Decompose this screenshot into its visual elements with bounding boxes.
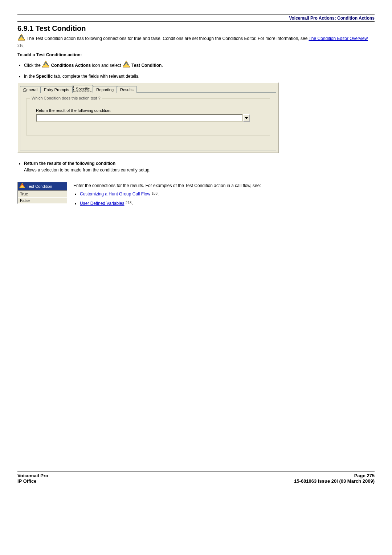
user-defined-variables-link[interactable]: User Defined Variables bbox=[80, 201, 124, 206]
result-bullet-list: Return the results of the following cond… bbox=[17, 160, 375, 173]
tab-general-rest: eneral bbox=[26, 88, 38, 92]
page-footer: Voicemail Pro Page 275 IP Office 15-6010… bbox=[0, 471, 392, 495]
customizing-hunt-group-link[interactable]: Customizing a Hunt Group Call Flow bbox=[80, 191, 150, 197]
test-condition-select-icon bbox=[122, 60, 130, 69]
bullet1-pre: Click the bbox=[24, 62, 42, 68]
top-rule bbox=[17, 15, 375, 15]
groupbox-title: Which Condition does this action test ? bbox=[30, 96, 102, 100]
connections-link-item-1: Customizing a Hunt Group Call Flow 166. bbox=[80, 191, 261, 197]
chevron-down-icon bbox=[245, 117, 248, 119]
add-action-subheading: To add a Test Condition action: bbox=[17, 52, 375, 57]
bullet1-bold2: Test Condition bbox=[131, 62, 162, 68]
intro-text-post: . bbox=[24, 44, 25, 49]
test-condition-node-header[interactable]: Test Condition bbox=[18, 182, 67, 191]
bullet2-post: tab, complete the fields with relevant d… bbox=[53, 74, 139, 79]
bullet2-bold: Specific bbox=[36, 74, 53, 79]
properties-dialog: General Entry Prompts Specific Reporting… bbox=[17, 82, 279, 153]
footer-left-2: IP Office bbox=[17, 478, 37, 484]
instruction-item-2: In the Specific tab, complete the fields… bbox=[24, 73, 375, 80]
condition-combobox-input[interactable] bbox=[36, 114, 243, 122]
tab-entry-prompts[interactable]: Entry Prompts bbox=[41, 86, 73, 93]
bullet1-post: . bbox=[162, 62, 163, 68]
connections-links-list: Customizing a Hunt Group Call Flow 166. … bbox=[73, 191, 261, 207]
intro-paragraph: The Test Condition action has following … bbox=[17, 34, 375, 49]
instruction-list: Click the Conditions Actions icon and se… bbox=[17, 61, 375, 80]
page-content: Voicemail Pro Actions: Condition Actions… bbox=[0, 0, 392, 217]
condition-editor-link[interactable]: The Condition Editor:Overview bbox=[309, 36, 368, 41]
connections-text: Enter the connections for the results. F… bbox=[73, 182, 261, 210]
test-condition-icon bbox=[17, 33, 25, 42]
result-bullet-title: Return the results of the following cond… bbox=[24, 161, 115, 166]
footer-row-1: Voicemail Pro Page 275 bbox=[17, 473, 375, 478]
footer-right-2: 15-601063 Issue 20l (03 March 2009) bbox=[294, 478, 375, 484]
node-output-false[interactable]: False bbox=[18, 197, 67, 203]
condition-field-label: Return the result of the following condi… bbox=[36, 108, 264, 113]
test-condition-node-title: Test Condition bbox=[27, 184, 52, 189]
svg-marker-3 bbox=[245, 117, 248, 119]
footer-row-2: IP Office 15-601063 Issue 20l (03 March … bbox=[17, 478, 375, 484]
breadcrumb: Voicemail Pro Actions: Condition Actions bbox=[17, 16, 375, 21]
tab-row: General Entry Prompts Specific Reporting… bbox=[20, 85, 276, 93]
customizing-hunt-group-ref: 166 bbox=[151, 191, 158, 195]
instruction-item-1: Click the Conditions Actions icon and se… bbox=[24, 61, 375, 70]
footer-left-1: Voicemail Pro bbox=[17, 473, 48, 478]
tab-general[interactable]: General bbox=[20, 86, 41, 93]
intro-text-pre: The Test Condition action has following … bbox=[26, 36, 309, 41]
result-bullet-desc: Allows a selection to be made from the c… bbox=[24, 167, 151, 173]
tab-specific[interactable]: Specific bbox=[73, 85, 93, 93]
tab-results[interactable]: Results bbox=[117, 86, 137, 93]
test-condition-node: Test Condition True False bbox=[17, 182, 68, 204]
conditions-actions-icon bbox=[42, 60, 50, 69]
test-condition-node-icon bbox=[19, 182, 25, 189]
connections-link-item-2: User Defined Variables 213. bbox=[80, 200, 261, 207]
footer-rule bbox=[17, 471, 375, 471]
condition-groupbox: Which Condition does this action test ? … bbox=[26, 98, 270, 135]
tab-panel-body: Which Condition does this action test ? … bbox=[20, 92, 276, 150]
condition-combobox[interactable] bbox=[36, 114, 264, 122]
tab-reporting[interactable]: Reporting bbox=[93, 86, 117, 93]
bullet1-bold1: Conditions Actions bbox=[51, 62, 91, 68]
user-defined-variables-ref: 213 bbox=[126, 201, 132, 205]
condition-editor-pageref: 216 bbox=[17, 44, 24, 48]
svg-marker-4 bbox=[19, 182, 25, 187]
result-bullet-item: Return the results of the following cond… bbox=[24, 160, 375, 173]
svg-marker-0 bbox=[18, 34, 25, 40]
svg-marker-1 bbox=[42, 61, 49, 67]
node-output-true[interactable]: True bbox=[18, 191, 67, 197]
section-title: 6.9.1 Test Condition bbox=[17, 24, 375, 33]
footer-right-1: Page 275 bbox=[354, 473, 375, 478]
condition-combobox-button[interactable] bbox=[243, 114, 250, 122]
connections-intro: Enter the connections for the results. F… bbox=[73, 183, 261, 189]
connections-block: Test Condition True False Enter the conn… bbox=[17, 182, 375, 210]
section-rule bbox=[17, 21, 375, 22]
bullet2-pre: In the bbox=[24, 74, 36, 79]
svg-marker-2 bbox=[123, 61, 130, 67]
bullet1-mid: icon and select bbox=[92, 62, 122, 68]
